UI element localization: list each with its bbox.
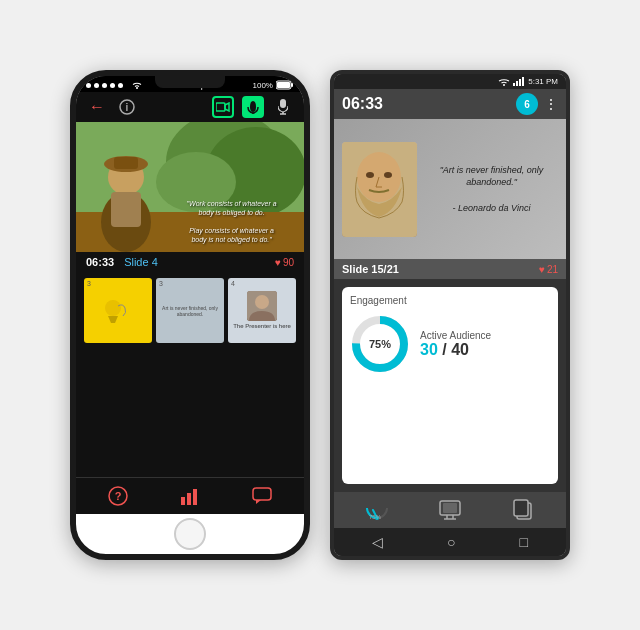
android-quote: "Art is never finished, only abandoned."… — [425, 164, 558, 214]
svg-rect-30 — [516, 81, 518, 86]
audience-current: 30 — [420, 341, 438, 358]
slides-button[interactable] — [435, 498, 465, 522]
android-wifi-icon — [498, 77, 510, 86]
engagement-donut: 75% — [350, 314, 410, 374]
slide-likes: ♥ 90 — [275, 257, 294, 268]
davinci-portrait — [342, 142, 417, 237]
audience-count: 30 / 40 — [420, 341, 491, 359]
android-toolbar: 06:33 6 ⋮ — [334, 89, 566, 119]
engagement-percent: 75% — [369, 338, 391, 350]
android-heart-icon: ♥ — [539, 264, 545, 275]
ios-status-right: 100% — [253, 80, 294, 90]
presenter-photo — [247, 291, 277, 321]
android-screen: 5:31 PM 06:33 6 ⋮ — [334, 74, 566, 556]
svg-text:?: ? — [115, 490, 122, 502]
presenter-label: The Presenter is here — [233, 323, 291, 330]
quote-overlay: "Work consists of whatever a body is obl… — [167, 199, 296, 244]
svg-rect-48 — [514, 500, 528, 516]
android-slide-info: Slide 15/21 ♥ 21 — [334, 259, 566, 279]
svg-rect-25 — [181, 497, 185, 505]
svg-point-35 — [366, 172, 374, 178]
svg-rect-27 — [193, 489, 197, 505]
android-slide-likes: ♥ 21 — [539, 264, 558, 275]
audience-label: Active Audience — [420, 330, 491, 341]
svg-rect-1 — [277, 82, 290, 88]
recents-nav-button[interactable]: □ — [520, 534, 528, 550]
ios-toolbar: ← i — [76, 92, 304, 122]
svg-rect-19 — [114, 157, 138, 169]
heart-icon: ♥ — [275, 257, 281, 268]
svg-rect-26 — [187, 493, 191, 505]
video-button[interactable] — [212, 96, 234, 118]
help-button[interactable]: ? — [106, 484, 130, 508]
android-bottom-bar: 75% — [334, 492, 566, 528]
svg-rect-7 — [280, 99, 286, 108]
wifi-icon — [132, 81, 142, 89]
ios-phone: 5:19 pm 100% ← i — [70, 70, 310, 560]
engagement-donut-wrapper: 75% Active Audience 30 / 40 — [350, 310, 550, 378]
presenter-thumb: The Presenter is here — [231, 278, 293, 343]
svg-rect-17 — [111, 192, 141, 227]
thumb-art-1 — [103, 298, 133, 323]
ios-notch — [155, 76, 225, 88]
copy-button[interactable] — [508, 498, 538, 522]
thumbnail-3[interactable]: 3 — [84, 278, 152, 343]
audience-total: 40 — [451, 341, 469, 358]
svg-text:i: i — [126, 102, 129, 113]
ios-info-bar: 06:33 Slide 4 ♥ 90 — [76, 252, 304, 272]
svg-rect-29 — [513, 83, 515, 86]
audio-button[interactable] — [242, 96, 264, 118]
chart-button[interactable] — [178, 484, 202, 508]
dot3 — [102, 83, 107, 88]
svg-rect-31 — [519, 79, 521, 86]
engagement-panel: Engagement 75% Active Audience 30 / — [342, 287, 558, 484]
android-time: 5:31 PM — [528, 77, 558, 86]
dot5 — [118, 83, 123, 88]
thumbnail-4[interactable]: 4 The Presenter is here — [228, 278, 296, 343]
thumb-quote-text: Art is never finished, only abandoned. — [156, 303, 224, 319]
svg-rect-5 — [216, 103, 225, 111]
engagement-title: Engagement — [350, 295, 550, 306]
svg-rect-43 — [443, 503, 457, 513]
gauge-button[interactable]: 75% — [362, 498, 392, 522]
slide-number: Slide 4 — [124, 256, 158, 268]
dot4 — [110, 83, 115, 88]
audience-info: Active Audience 30 / 40 — [420, 330, 491, 359]
slide-thumbnails: 3 3 Art is never finished, only abandone… — [76, 272, 304, 477]
audience-separator: / — [442, 341, 451, 358]
home-nav-button[interactable]: ○ — [447, 534, 455, 550]
ios-screen: 5:19 pm 100% ← i — [76, 76, 304, 514]
chat-button[interactable] — [250, 484, 274, 508]
android-slide-label: Slide 15/21 — [342, 263, 399, 275]
android-timer: 06:33 — [342, 95, 516, 113]
battery-percent: 100% — [253, 81, 273, 90]
dot2 — [94, 83, 99, 88]
slide-timer: 06:33 — [86, 256, 114, 268]
svg-rect-32 — [522, 77, 524, 86]
main-slide-image: "Work consists of whatever a body is obl… — [76, 122, 304, 252]
svg-point-20 — [105, 300, 121, 316]
android-signal-icon — [513, 77, 525, 86]
ios-home-button[interactable] — [174, 518, 206, 550]
battery-icon — [276, 80, 294, 90]
dot1 — [86, 83, 91, 88]
signal-dots — [86, 80, 142, 90]
android-slide-image: "Art is never finished, only abandoned."… — [334, 119, 566, 259]
ios-bottom-bar: ? — [76, 477, 304, 514]
info-button[interactable]: i — [116, 96, 138, 118]
svg-rect-28 — [253, 488, 271, 500]
android-status-bar: 5:31 PM — [334, 74, 566, 89]
svg-point-22 — [255, 295, 269, 309]
back-nav-button[interactable]: ◁ — [372, 534, 383, 550]
android-phone: 5:31 PM 06:33 6 ⋮ — [330, 70, 570, 560]
audience-badge: 6 — [516, 93, 538, 115]
android-status-right: 5:31 PM — [498, 77, 558, 86]
menu-dots[interactable]: ⋮ — [544, 96, 558, 112]
svg-rect-2 — [291, 83, 293, 87]
android-nav-bar: ◁ ○ □ — [334, 528, 566, 556]
svg-text:75%: 75% — [369, 514, 382, 520]
back-button[interactable]: ← — [86, 96, 108, 118]
mic-button[interactable] — [272, 96, 294, 118]
svg-point-36 — [384, 172, 392, 178]
thumbnail-3b[interactable]: 3 Art is never finished, only abandoned. — [156, 278, 224, 343]
